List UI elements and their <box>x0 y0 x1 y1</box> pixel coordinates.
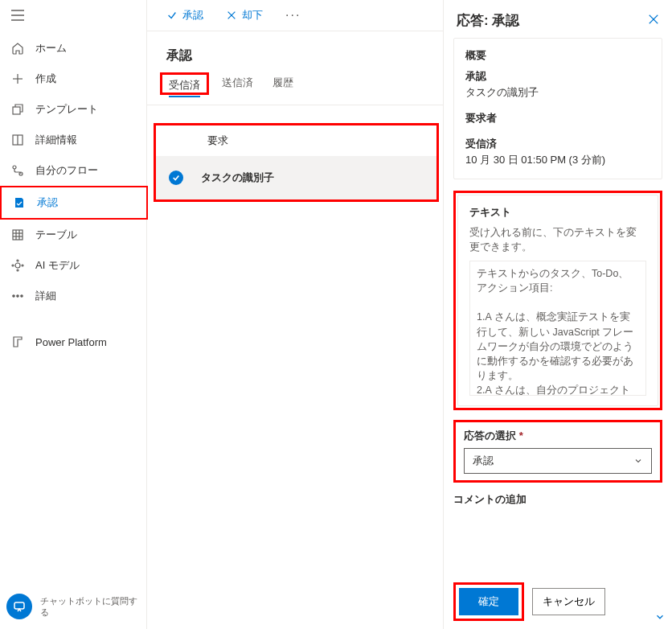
svg-point-19 <box>22 265 23 266</box>
book-icon <box>11 134 24 146</box>
response-label: 応答の選択 <box>464 430 516 442</box>
tab-sent[interactable]: 送信済 <box>222 76 253 95</box>
svg-rect-5 <box>13 107 20 114</box>
sidebar-item-label: 承認 <box>37 195 58 210</box>
sidebar-item-label: テーブル <box>35 228 77 242</box>
svg-point-8 <box>13 166 16 169</box>
response-value: 承認 <box>473 454 494 468</box>
request-title: タスクの識別子 <box>201 171 274 185</box>
task-id: タスクの識別子 <box>465 85 650 100</box>
template-icon <box>11 103 24 116</box>
svg-point-21 <box>17 295 18 297</box>
sidebar-item-power-platform[interactable]: Power Platform <box>0 327 146 356</box>
overview-label: 概要 <box>465 48 650 63</box>
received-time: 10 月 30 日 01:50 PM (3 分前) <box>465 153 650 167</box>
sidebar-item-create[interactable]: 作成 <box>0 64 146 94</box>
chevron-down-icon[interactable] <box>654 611 666 623</box>
text-help: 受け入れる前に、下のテキストを変更できます。 <box>469 226 646 254</box>
x-icon <box>226 10 237 21</box>
tab-received[interactable]: 受信済 <box>169 79 200 97</box>
sidebar-item-more[interactable]: 詳細 <box>0 281 146 311</box>
flow-icon <box>11 164 24 177</box>
sidebar-item-templates[interactable]: テンプレート <box>0 94 146 125</box>
sidebar-item-label: 自分のフロー <box>35 163 98 178</box>
sidebar-item-label: テンプレート <box>35 102 98 117</box>
sidebar-item-learn[interactable]: 詳細情報 <box>0 125 146 155</box>
plus-icon <box>11 72 24 85</box>
svg-point-16 <box>17 260 18 261</box>
comment-label: コメントの追加 <box>453 492 662 507</box>
checked-icon[interactable] <box>169 171 183 185</box>
svg-rect-10 <box>13 230 23 240</box>
svg-point-17 <box>17 269 18 271</box>
more-icon <box>11 290 24 302</box>
reject-action[interactable]: 却下 <box>226 8 263 23</box>
sidebar-item-ai-models[interactable]: AI モデル <box>0 250 146 281</box>
close-icon <box>648 14 659 25</box>
sidebar-item-label: AI モデル <box>35 258 80 273</box>
chatbot-launcher[interactable]: チャットボットに質問する <box>0 584 146 629</box>
svg-point-18 <box>12 265 14 266</box>
sidebar-item-label: ホーム <box>35 41 67 56</box>
check-icon <box>166 10 178 21</box>
text-section-label: テキスト <box>469 205 646 220</box>
required-mark: * <box>519 430 523 442</box>
home-icon <box>11 42 24 55</box>
cancel-button[interactable]: キャンセル <box>532 588 605 615</box>
sidebar-item-label: 詳細 <box>35 289 56 303</box>
approve-action[interactable]: 承認 <box>166 8 203 23</box>
approve-icon <box>13 196 26 209</box>
approve-label: 承認 <box>182 8 203 23</box>
sidebar-item-home[interactable]: ホーム <box>0 33 146 64</box>
sidebar-item-label: 詳細情報 <box>35 133 77 147</box>
table-icon <box>11 228 24 241</box>
chevron-down-icon <box>633 456 643 466</box>
ai-icon <box>11 259 24 272</box>
col-request: 要求 <box>207 134 228 148</box>
confirm-button[interactable]: 確定 <box>459 588 518 615</box>
svg-point-22 <box>21 295 23 297</box>
tab-history[interactable]: 履歴 <box>272 76 293 95</box>
svg-point-15 <box>15 263 20 268</box>
platform-icon <box>11 335 24 348</box>
panel-title: 応答: 承認 <box>457 11 519 30</box>
text-content-area[interactable]: テキストからのタスク、To-Do、アクション項目: 1.A さんは、概念実証テス… <box>469 261 646 396</box>
received-label: 受信済 <box>465 137 650 151</box>
sidebar-item-label: Power Platform <box>35 336 107 348</box>
approval-label: 承認 <box>465 69 650 84</box>
sidebar-item-tables[interactable]: テーブル <box>0 220 146 250</box>
chatbot-icon <box>6 594 32 619</box>
requester-label: 要求者 <box>465 111 650 125</box>
toolbar-more[interactable]: ··· <box>285 8 301 23</box>
sidebar-item-label: 作成 <box>35 72 56 86</box>
reject-label: 却下 <box>242 8 263 23</box>
page-title: 承認 <box>147 31 443 76</box>
response-select[interactable]: 承認 <box>464 448 652 474</box>
hamburger-menu[interactable] <box>0 0 146 33</box>
svg-point-20 <box>13 295 14 297</box>
sidebar-item-my-flows[interactable]: 自分のフロー <box>0 155 146 186</box>
close-panel-button[interactable] <box>648 14 659 28</box>
table-row[interactable]: タスクの識別子 <box>156 156 436 199</box>
sidebar-item-approvals[interactable]: 承認 <box>0 186 148 220</box>
chatbot-text: チャットボットに質問する <box>40 595 140 619</box>
